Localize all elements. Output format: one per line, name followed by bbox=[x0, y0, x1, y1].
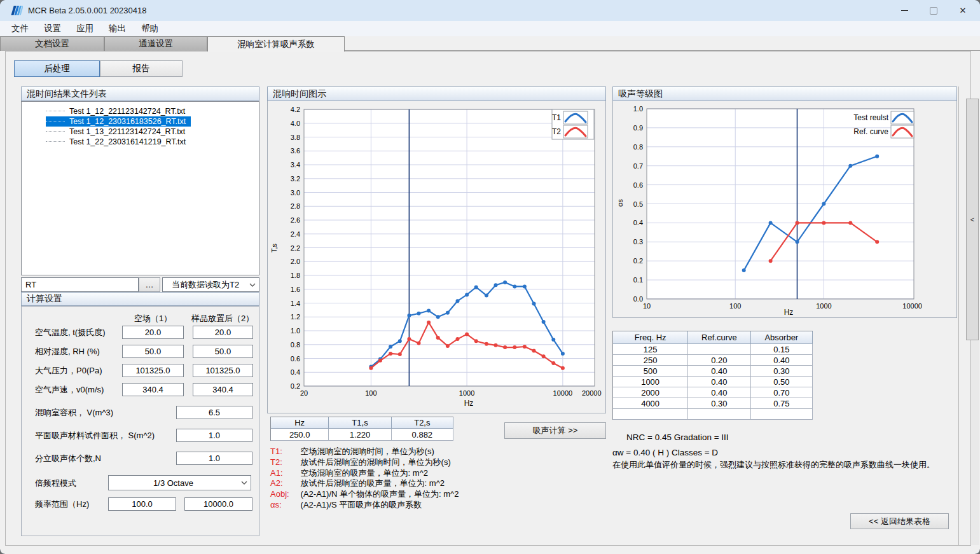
table-cell: 0.882 bbox=[392, 429, 453, 441]
temp-field-1[interactable] bbox=[122, 326, 184, 339]
svg-text:2.4: 2.4 bbox=[291, 230, 300, 238]
maximize-icon bbox=[930, 7, 937, 15]
definition-line-0: T1: 空场混响室的混响时间，单位为秒(s) bbox=[270, 447, 459, 457]
usage-note-text: 在使用此单值评价量的时候，强烈建议与按照标准获得的完整的吸声系数曲线一块使用。 bbox=[612, 459, 935, 471]
table-cell: 0.20 bbox=[688, 355, 750, 366]
rt-chart-header: 混响时间图示 bbox=[267, 87, 606, 101]
octave-mode-label: 倍频程模式 bbox=[35, 476, 76, 490]
pressure-field-2[interactable] bbox=[193, 364, 253, 377]
absorb-calc-button[interactable]: 吸声计算 >> bbox=[504, 422, 606, 439]
table-header-cell: Freq. Hz bbox=[613, 331, 688, 344]
subtab-0[interactable]: 后处理 bbox=[14, 60, 100, 77]
maximize-button[interactable] bbox=[919, 0, 948, 21]
calc-row-label: 空气声速，v0(m/s) bbox=[35, 383, 104, 396]
table-cell bbox=[688, 409, 750, 420]
menu-item-2[interactable]: 应用 bbox=[69, 22, 101, 36]
menu-item-4[interactable]: 帮助 bbox=[134, 22, 166, 36]
file-item-2[interactable]: Test 1_13_221123142724_RT.txt bbox=[22, 124, 259, 134]
table-cell bbox=[613, 409, 688, 420]
minimize-button[interactable] bbox=[890, 0, 919, 21]
rt-chart-canvas[interactable]: 0.20.40.60.81.01.21.41.61.82.02.22.42.62… bbox=[268, 101, 605, 413]
table-row: 5000.400.30 bbox=[613, 366, 813, 377]
table-cell: 0.40 bbox=[688, 366, 750, 377]
title-bar: MCR Beta 2.05.0.001 20230418 ✕ bbox=[0, 0, 980, 21]
data-read-dropdown[interactable]: 当前数据读取为T2 bbox=[162, 277, 259, 292]
svg-text:0.4: 0.4 bbox=[291, 368, 300, 376]
svg-text:0.9: 0.9 bbox=[633, 124, 643, 132]
table-row bbox=[613, 409, 813, 420]
tab-0[interactable]: 文档设置 bbox=[0, 36, 104, 51]
table-cell: 0.40 bbox=[688, 377, 750, 387]
freq-max-field[interactable] bbox=[184, 497, 252, 511]
svg-text:1.0: 1.0 bbox=[633, 105, 643, 113]
svg-text:3.8: 3.8 bbox=[291, 134, 300, 141]
calc-row-label: 大气压力，P0(Pa) bbox=[35, 364, 102, 377]
humidity-field-2[interactable] bbox=[193, 345, 253, 358]
collapse-arrow-icon: < bbox=[970, 216, 974, 223]
svg-text:1.8: 1.8 bbox=[291, 272, 300, 279]
chevron-down-icon bbox=[246, 283, 259, 287]
menu-item-0[interactable]: 文件 bbox=[4, 22, 36, 36]
humidity-field-1[interactable] bbox=[122, 345, 184, 358]
svg-text:1.6: 1.6 bbox=[291, 286, 300, 293]
svg-text:3.0: 3.0 bbox=[291, 189, 300, 197]
sound-speed-field-1[interactable] bbox=[122, 383, 184, 396]
pressure-field-1[interactable] bbox=[122, 364, 184, 377]
svg-text:1.2: 1.2 bbox=[291, 313, 300, 321]
right-panel-border bbox=[958, 87, 959, 545]
panel-collapse-handle[interactable]: < bbox=[966, 99, 979, 340]
menu-item-3[interactable]: 输出 bbox=[101, 22, 134, 36]
tree-branch-icon bbox=[46, 131, 65, 132]
rt-name-input[interactable] bbox=[21, 277, 139, 292]
subtab-1[interactable]: 报告 bbox=[100, 60, 183, 77]
table-header-cell: T2,s bbox=[392, 417, 453, 429]
svg-text:1.4: 1.4 bbox=[291, 300, 300, 307]
abs-chart-canvas[interactable]: 0.00.10.20.30.40.50.60.70.80.91.01010010… bbox=[613, 101, 956, 317]
file-item-1[interactable]: Test 1_12_230316183526_RT.txt bbox=[22, 114, 259, 124]
svg-text:3.2: 3.2 bbox=[291, 175, 300, 183]
table-header-cell: T1,s bbox=[329, 417, 391, 429]
absorber-count-field[interactable] bbox=[176, 452, 252, 465]
table-cell: 4000 bbox=[613, 398, 688, 409]
room-volume-field[interactable] bbox=[176, 406, 252, 419]
window-title: MCR Beta 2.05.0.001 20230418 bbox=[28, 6, 146, 15]
octave-mode-dropdown[interactable]: 1/3 Octave bbox=[108, 475, 251, 490]
calc-row-label: 空气温度, t(摄氏度) bbox=[35, 326, 106, 339]
svg-text:0.4: 0.4 bbox=[633, 219, 643, 226]
close-button[interactable]: ✕ bbox=[948, 0, 977, 21]
browse-button[interactable]: … bbox=[139, 277, 160, 292]
freq-min-field[interactable] bbox=[108, 497, 176, 511]
sound-speed-field-2[interactable] bbox=[193, 383, 253, 396]
menu-item-1[interactable]: 设置 bbox=[36, 22, 69, 36]
file-item-0[interactable]: Test 1_12_221123142724_RT.txt bbox=[22, 104, 259, 114]
freq-range-label: 频率范围（Hz) bbox=[35, 497, 89, 511]
sample-area-field[interactable] bbox=[176, 429, 252, 442]
svg-text:2.2: 2.2 bbox=[291, 244, 300, 252]
svg-text:1000: 1000 bbox=[459, 389, 474, 397]
table-row: 40000.300.75 bbox=[613, 398, 813, 409]
svg-text:1000: 1000 bbox=[816, 302, 831, 310]
file-panel-title: 混时间结果文件列表 bbox=[27, 88, 107, 100]
file-item-3[interactable]: Test 1_22_230316141219_RT.txt bbox=[22, 134, 259, 144]
table-cell: 0.30 bbox=[688, 398, 750, 409]
tree-branch-icon bbox=[46, 111, 65, 111]
table-cell: 0.75 bbox=[751, 398, 813, 409]
svg-text:3.4: 3.4 bbox=[291, 161, 300, 169]
octave-mode-value: 1/3 Octave bbox=[109, 478, 238, 488]
svg-text:0.8: 0.8 bbox=[633, 143, 643, 151]
svg-text:2.8: 2.8 bbox=[291, 202, 300, 210]
tab-2[interactable]: 混响室计算吸声系数 bbox=[207, 36, 345, 52]
svg-text:T,s: T,s bbox=[270, 243, 278, 253]
calc-row-label: 混响室容积， V(m^3) bbox=[35, 406, 113, 419]
back-to-results-button[interactable]: << 返回结果表格 bbox=[850, 513, 949, 529]
svg-text:4.2: 4.2 bbox=[291, 106, 300, 113]
temp-field-2[interactable] bbox=[193, 326, 253, 339]
rt-value-table: HzT1,sT2,s250.01.2200.882 bbox=[270, 417, 453, 441]
window-controls: ✕ bbox=[890, 0, 977, 21]
tab-1[interactable]: 通道设置 bbox=[104, 36, 207, 51]
minimize-icon bbox=[901, 10, 908, 11]
abs-chart-header: 吸声等级图 bbox=[612, 87, 957, 101]
tab-strip: 文档设置通道设置混响室计算吸声系数 bbox=[0, 36, 980, 51]
file-panel-header: 混时间结果文件列表 bbox=[21, 87, 259, 101]
table-row: 250.01.2200.882 bbox=[271, 429, 453, 441]
